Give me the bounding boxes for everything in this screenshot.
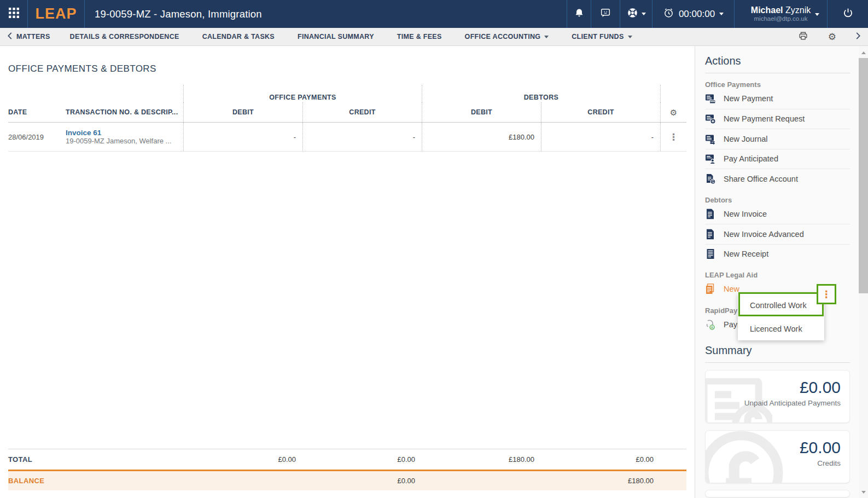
settings-button[interactable]: ⚙ xyxy=(828,32,836,42)
summary-card-credits: £0.00 Credits xyxy=(705,430,850,483)
summary-label: Credits xyxy=(714,459,841,467)
rapidpay-icon: R xyxy=(705,319,716,330)
lifebuoy-icon xyxy=(627,7,638,21)
leap-logo[interactable]: LEAP xyxy=(28,0,85,28)
action-share-office-account[interactable]: Share Office Account xyxy=(705,169,850,189)
ellipsis-vertical-icon[interactable]: ⋮ xyxy=(822,289,831,299)
timer-value: 00:00:00 xyxy=(679,9,715,20)
top-bar: LEAP 19-0059-MZ - Jameson, Immigration xyxy=(0,0,868,28)
scroll-down-button[interactable] xyxy=(859,488,868,497)
chevron-down-icon xyxy=(719,13,724,15)
group-label-office-payments: Office Payments xyxy=(705,80,850,89)
col-header-debtors-credit[interactable]: CREDIT xyxy=(541,102,660,122)
vertical-scrollbar[interactable] xyxy=(859,46,868,498)
group-label-leap-legal-aid: LEAP Legal Aid xyxy=(705,271,850,279)
messages-button[interactable] xyxy=(591,0,620,28)
chevron-down-icon xyxy=(642,13,646,15)
row-debtors-credit: - xyxy=(541,123,660,151)
ellipsis-vertical-icon: ⋮ xyxy=(669,132,678,142)
page-title: OFFICE PAYMENTS & DEBTORS xyxy=(8,63,686,74)
summary-card-partial xyxy=(705,490,850,497)
action-new-payment[interactable]: New Payment xyxy=(705,89,850,109)
col-header-debtors-debit[interactable]: DEBIT xyxy=(422,102,541,122)
user-name: Michael Zyznik xyxy=(751,5,811,15)
total-row: TOTAL £0.00 £0.00 £180.00 £0.00 xyxy=(8,449,686,470)
pay-anticipated-icon xyxy=(705,153,716,164)
total-label: TOTAL xyxy=(8,455,183,464)
col-header-date[interactable]: DATE xyxy=(8,102,66,122)
chevron-down-icon xyxy=(815,13,819,16)
matter-nav-bar: MATTERS DETAILS & CORRESPONDENCE CALENDA… xyxy=(0,28,868,46)
total-office-credit: £0.00 xyxy=(302,455,422,464)
power-icon xyxy=(842,7,854,21)
invoice-link[interactable]: Invoice 61 xyxy=(66,129,101,137)
app-grid-button[interactable] xyxy=(0,0,28,28)
table-row: 28/06/2019 Invoice 61 19-0059-MZ Jameson… xyxy=(8,123,686,152)
nav-back-label: MATTERS xyxy=(16,33,50,40)
balance-office-credit: £0.00 xyxy=(302,477,422,485)
action-new-invoice-advanced[interactable]: New Invoice Advanced xyxy=(705,224,850,244)
row-menu-button[interactable]: ⋮ xyxy=(660,123,686,151)
receipt-icon xyxy=(705,248,716,259)
row-debtors-debit: £180.00 xyxy=(422,123,541,151)
nav-tab-details-correspondence[interactable]: DETAILS & CORRESPONDENCE xyxy=(70,33,179,40)
nav-forward-button[interactable] xyxy=(856,32,860,42)
row-description: 19-0059-MZ Jameson, Welfare ... xyxy=(66,137,171,145)
gear-icon: ⚙ xyxy=(828,32,836,42)
scroll-up-button[interactable] xyxy=(859,48,868,57)
gear-icon: ⚙ xyxy=(670,108,678,117)
total-debtors-credit: £0.00 xyxy=(541,455,660,464)
chat-smiley-icon xyxy=(599,7,611,21)
menu-item-licenced-work[interactable]: Licenced Work xyxy=(738,317,824,340)
notifications-button[interactable] xyxy=(567,0,591,28)
nav-tab-office-accounting[interactable]: OFFICE ACCOUNTING xyxy=(465,33,549,40)
nav-tab-financial-summary[interactable]: FINANCIAL SUMMARY xyxy=(298,33,374,40)
table-group-header-row: OFFICE PAYMENTS DEBTORS xyxy=(8,85,686,102)
col-header-office-credit[interactable]: CREDIT xyxy=(302,102,422,122)
total-office-debit: £0.00 xyxy=(183,455,302,464)
row-office-debit: - xyxy=(183,123,302,151)
nav-tab-time-fees[interactable]: TIME & FEES xyxy=(397,33,442,40)
col-header-office-debit[interactable]: DEBIT xyxy=(183,102,302,122)
printer-icon xyxy=(798,31,808,43)
action-new-payment-request[interactable]: New Payment Request xyxy=(705,109,850,129)
user-email: michael@dtp.co.uk xyxy=(754,15,808,23)
payment-card-icon xyxy=(705,93,716,104)
logout-button[interactable] xyxy=(827,0,868,28)
actions-title: Actions xyxy=(705,55,850,67)
scrollbar-thumb[interactable] xyxy=(859,58,868,293)
journal-transfer-icon xyxy=(705,134,716,144)
summary-card-unpaid-anticipated: £0.00 Unpaid Anticipated Payments xyxy=(705,370,850,423)
summary-label: Unpaid Anticipated Payments xyxy=(714,399,841,407)
divider xyxy=(705,73,850,73)
balance-label: BALANCE xyxy=(8,477,183,485)
annotation-box-menu-trigger: ⋮ xyxy=(817,284,836,304)
invoice-document-icon xyxy=(705,209,716,219)
share-account-icon xyxy=(705,173,716,184)
nav-tab-client-funds[interactable]: CLIENT FUNDS xyxy=(572,33,632,40)
matter-title: 19-0059-MZ - Jameson, Immigration xyxy=(85,0,567,28)
timer-button[interactable]: 00:00:00 xyxy=(652,0,734,28)
group-header-debtors: DEBTORS xyxy=(422,85,660,102)
support-menu-button[interactable] xyxy=(620,0,652,28)
divider xyxy=(705,362,850,363)
action-new-journal[interactable]: New Journal xyxy=(705,129,850,149)
nav-tab-calendar-tasks[interactable]: CALENDAR & TASKS xyxy=(202,33,275,40)
user-menu[interactable]: Michael Zyznik michael@dtp.co.uk xyxy=(734,0,827,28)
action-new-invoice[interactable]: New Invoice xyxy=(705,204,850,224)
summary-value: £0.00 xyxy=(714,438,841,457)
bell-icon xyxy=(574,8,585,21)
print-button[interactable] xyxy=(798,31,808,43)
annotation-box-controlled-work xyxy=(738,292,824,316)
action-pay-anticipated[interactable]: Pay Anticipated xyxy=(705,149,850,169)
action-new-receipt[interactable]: New Receipt xyxy=(705,244,850,264)
total-debtors-debit: £180.00 xyxy=(422,455,541,464)
balance-row: BALANCE £0.00 £180.00 xyxy=(8,470,686,490)
col-header-description[interactable]: TRANSACTION NO. & DESCRIP... xyxy=(66,102,183,122)
legal-aid-claim-icon xyxy=(705,283,716,294)
summary-title: Summary xyxy=(705,344,850,357)
nav-back-matters[interactable]: MATTERS xyxy=(8,32,50,42)
triangle-up-icon xyxy=(861,51,866,54)
summary-value: £0.00 xyxy=(714,378,841,397)
table-settings-button[interactable]: ⚙ xyxy=(660,102,686,122)
